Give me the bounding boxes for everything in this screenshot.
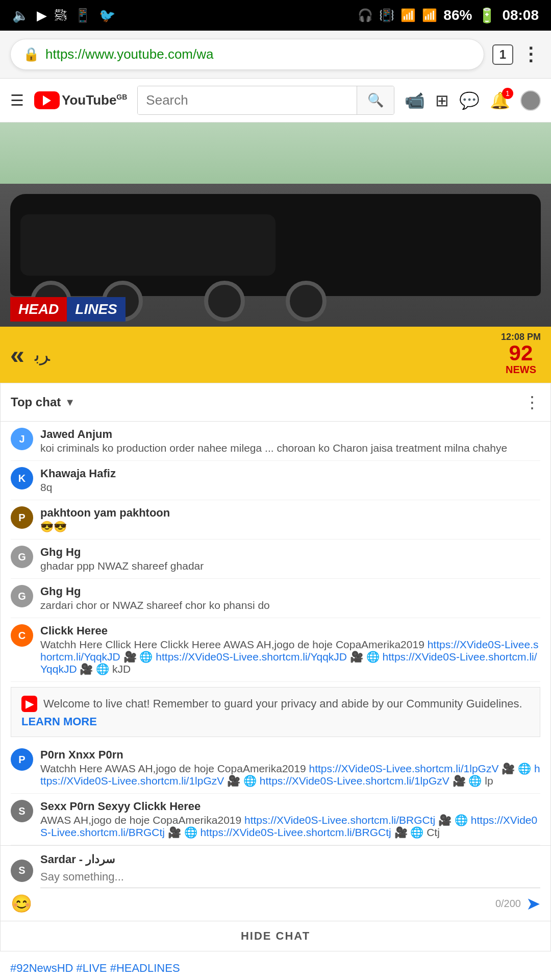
chat-message-5: G Ghg Hg zardari chor or NWAZ shareef ch… (11, 579, 540, 618)
chat-content-3: pakhtoon yam pakhtoon 😎😎 (40, 506, 540, 533)
chat-content-2: Khawaja Hafiz 8q (40, 467, 540, 494)
wifi-icon: 📶 (400, 8, 416, 22)
status-left-icons: 🔈 ▶ ﷺ 📱 🐦 (12, 8, 115, 23)
notification-icon[interactable]: 🔔 1 (490, 91, 510, 110)
chat-text-6: Watchh Here Cllick Here Clickk Heree AWA… (40, 639, 540, 675)
clock: 08:08 (502, 7, 539, 23)
youtube-notice-icon: ▶ (21, 696, 37, 712)
chat-input-avatar: S (11, 860, 33, 882)
vibrate-icon: 📳 (379, 8, 394, 22)
notice-icon-row: ▶ Welcome to live chat! Remember to guar… (21, 696, 530, 712)
camera-icon[interactable]: 📹 (405, 91, 425, 110)
notification-badge: 1 (502, 88, 513, 99)
search-input[interactable] (138, 86, 357, 114)
browser-menu-button[interactable]: ⋮ (521, 44, 541, 65)
lock-icon: 🔒 (23, 46, 39, 62)
chat-text-1: koi criminals ko production order nahee … (40, 442, 540, 454)
headphone-icon: 🎧 (358, 8, 373, 22)
char-count: 0/200 (32, 898, 521, 910)
battery-text: 86% (443, 7, 472, 23)
chat-message-spam-1: P P0rn Xnxx P0rn Watchh Here AWAS AH,jog… (11, 742, 540, 794)
chat-messages: J Jawed Anjum koi criminals ko productio… (1, 422, 550, 845)
user-avatar[interactable] (520, 90, 541, 111)
chat-username-1: Jawed Anjum (40, 428, 112, 440)
youtube-logo-text: YouTubeGB (62, 92, 127, 108)
chat-username-2: Khawaja Hafiz (40, 467, 116, 480)
chat-message-3: P pakhtoon yam pakhtoon 😎😎 (11, 500, 540, 540)
ticker-text: ﺮﺑ (35, 344, 50, 365)
video-info-section: #92NewsHD #LIVE #HEADLINES 92 NEWS HD LI… (0, 951, 551, 980)
chat-user-row: S Sardar - سردار (11, 853, 540, 888)
bug-news: NEWS (506, 364, 536, 376)
video-title: 92 NEWS HD LIVE (10, 978, 541, 980)
chat-content-4: Ghg Hg ghadar ppp NWAZ shareef ghadar (40, 546, 540, 572)
chat-message-2: K Khawaja Hafiz 8q (11, 461, 540, 500)
grid-icon[interactable]: ⊞ (435, 91, 449, 110)
chat-avatar-5: G (11, 585, 33, 607)
chat-text-spam-2: AWAS AH,jogo de hoje CopaAmerika2019 htt… (40, 814, 540, 839)
twitter-icon: 🐦 (99, 8, 115, 23)
chat-username-spam-2: Sexx P0rn Sexyy Clickk Heree (40, 800, 201, 813)
search-button[interactable]: 🔍 (357, 86, 394, 114)
chat-input-field[interactable] (40, 866, 540, 888)
signal-icon: 📶 (422, 8, 437, 22)
chat-content-1: Jawed Anjum koi criminals ko production … (40, 428, 540, 454)
channel-bug: 12:08 PM 92 NEWS (496, 330, 546, 378)
status-bar: 🔈 ▶ ﷺ 📱 🐦 🎧 📳 📶 📶 86% 🔋 08:08 (0, 0, 551, 31)
video-tags[interactable]: #92NewsHD #LIVE #HEADLINES (10, 962, 541, 975)
ticker-bar: « ﺮﺑ 12:08 PM 92 NEWS (0, 327, 551, 383)
chat-text-4: ghadar ppp NWAZ shareef ghadar (40, 560, 540, 572)
learn-more-link[interactable]: LEARN MORE (21, 715, 530, 728)
chat-input-row: 😊 0/200 ➤ (11, 893, 540, 914)
emoji-button[interactable]: 😊 (11, 893, 32, 914)
youtube-logo[interactable]: YouTubeGB (34, 91, 127, 109)
chat-avatar-spam-2: S (11, 800, 33, 822)
bug-number: 92 (509, 342, 533, 364)
status-right-info: 🎧 📳 📶 📶 86% 🔋 08:08 (358, 7, 539, 24)
chat-avatar-2: K (11, 467, 33, 489)
notice-text: Welcome to live chat! Remember to guard … (43, 697, 522, 710)
play-icon: ▶ (37, 8, 47, 23)
video-player[interactable]: HEAD LINES « ﺮﺑ 12:08 PM 92 NEWS (0, 122, 551, 383)
url-bar[interactable]: 🔒 https://www.youtube.com/wa (10, 39, 484, 70)
send-button[interactable]: ➤ (526, 893, 540, 914)
chat-message-6: C Clickk Heree Watchh Here Cllick Here C… (11, 618, 540, 682)
chat-input-area: S Sardar - سردار 😊 0/200 ➤ (1, 845, 550, 921)
chat-content-spam-2: Sexx P0rn Sexyy Clickk Heree AWAS AH,jog… (40, 800, 540, 839)
chat-header: Top chat ▼ ⋮ (1, 383, 550, 422)
chat-avatar-spam-1: P (11, 748, 33, 771)
tab-count[interactable]: 1 (492, 44, 513, 65)
chat-title: Top chat ▼ (11, 395, 75, 409)
headlines-red-text: HEAD (10, 297, 67, 322)
chat-dropdown-arrow[interactable]: ▼ (65, 397, 75, 408)
battery-icon: 🔋 (478, 7, 496, 24)
chat-message-4: G Ghg Hg ghadar ppp NWAZ shareef ghadar (11, 540, 540, 579)
chat-avatar-1: J (11, 428, 33, 450)
headlines-blue-text: LINES (67, 297, 125, 322)
header-icons: 📹 ⊞ 💬 🔔 1 (405, 90, 541, 111)
chat-avatar-3: P (11, 506, 33, 529)
chat-avatar-6: C (11, 624, 33, 647)
volume-icon: 🔈 (12, 8, 29, 23)
chat-content-6: Clickk Heree Watchh Here Cllick Here Cli… (40, 624, 540, 675)
search-box[interactable]: 🔍 (137, 86, 394, 115)
chat-text-5: zardari chor or NWAZ shareef chor ko pha… (40, 599, 540, 611)
chat-content-5: Ghg Hg zardari chor or NWAZ shareef chor… (40, 585, 540, 611)
chat-username-spam-1: P0rn Xnxx P0rn (40, 748, 123, 761)
whatsapp-icon: 📱 (74, 8, 91, 23)
chat-message-1: J Jawed Anjum koi criminals ko productio… (11, 422, 540, 461)
hide-chat-button[interactable]: HIDE CHAT (1, 921, 550, 951)
message-icon[interactable]: 💬 (459, 91, 480, 110)
url-text: https://www.youtube.com/wa (45, 46, 471, 62)
chat-username-5: Ghg Hg (40, 585, 81, 598)
chat-section: Top chat ▼ ⋮ J Jawed Anjum koi criminals… (0, 383, 551, 951)
chat-username-4: Ghg Hg (40, 546, 81, 558)
hamburger-menu[interactable]: ☰ (10, 91, 24, 109)
chat-text-2: 8q (40, 481, 540, 494)
chat-text-spam-1: Watchh Here AWAS AH,jogo de hoje CopaAme… (40, 763, 540, 787)
chat-avatar-4: G (11, 546, 33, 568)
youtube-logo-icon (34, 91, 60, 109)
top-chat-label: Top chat (11, 395, 61, 409)
chat-content-spam-1: P0rn Xnxx P0rn Watchh Here AWAS AH,jogo … (40, 748, 540, 787)
chat-more-icon[interactable]: ⋮ (524, 393, 540, 412)
